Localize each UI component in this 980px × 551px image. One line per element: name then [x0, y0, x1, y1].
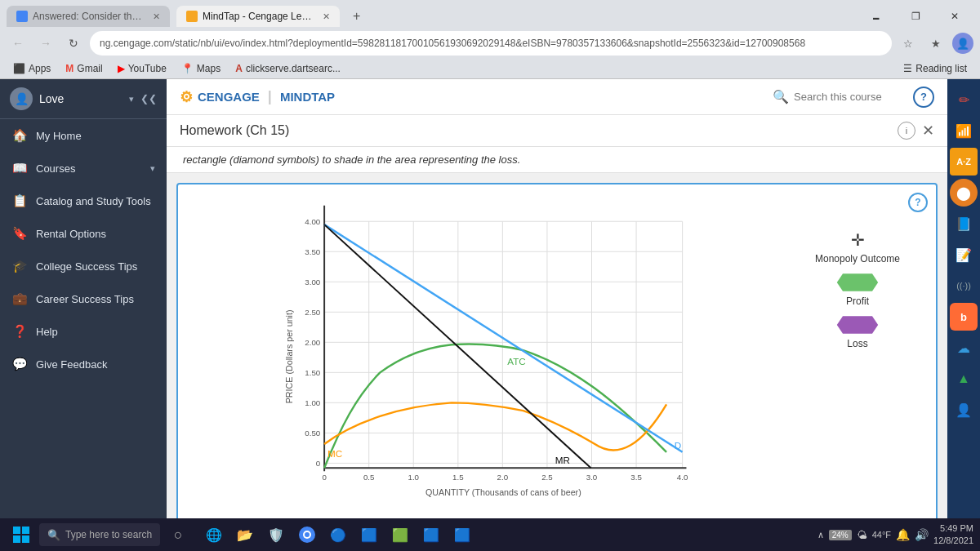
info-button[interactable]: i — [898, 122, 915, 140]
toolbar-cloud-icon[interactable]: ☁ — [950, 334, 978, 362]
taskbar-defender-icon[interactable]: 🛡️ — [261, 520, 291, 549]
toolbar-edit-icon[interactable]: ✏ — [950, 86, 978, 113]
minimize-button[interactable]: 🗕 — [858, 5, 895, 28]
homework-title: Homework (Ch 15) — [180, 123, 891, 138]
taskbar-chrome-icon[interactable] — [292, 520, 322, 549]
move-icon[interactable]: ✛ — [851, 230, 865, 250]
taskbar-app8-icon[interactable]: 🟦 — [448, 520, 477, 549]
svg-text:0.50: 0.50 — [305, 429, 321, 438]
homework-close-button[interactable]: ✕ — [922, 122, 934, 140]
bookmark-gmail[interactable]: M Gmail — [59, 60, 109, 77]
taskbar-file-icon[interactable]: 📂 — [230, 520, 260, 549]
tray-up-icon[interactable]: ∧ — [817, 530, 824, 540]
sidebar-item-help[interactable]: ❓ Help — [0, 315, 167, 348]
sidebar-item-catalog[interactable]: 📋 Catalog and Study Tools — [0, 184, 167, 217]
collections-button[interactable]: ★ — [924, 32, 947, 55]
sidebar-collapse-button[interactable]: ❮❮ — [140, 93, 157, 104]
taskbar-app5-icon[interactable]: 🟦 — [354, 520, 384, 549]
toolbar-user-icon[interactable]: 👤 — [950, 396, 978, 424]
youtube-label: YouTube — [128, 63, 167, 74]
sidebar-user[interactable]: 👤 Love ▾ ❮❮ — [0, 79, 167, 119]
title-bar: Answered: Consider the competi... ✕ Mind… — [0, 0, 980, 28]
gmail-label: Gmail — [77, 63, 102, 74]
reading-list-icon: ☰ — [903, 63, 912, 74]
start-button[interactable] — [7, 520, 36, 549]
chart-svg: PRICE (Dollars per unit) — [191, 198, 776, 508]
loss-symbol[interactable] — [833, 315, 882, 335]
svg-text:4.00: 4.00 — [305, 217, 321, 226]
instruction-text: rectangle (diamond symbols) to shade in … — [183, 153, 520, 166]
svg-text:2.5: 2.5 — [541, 473, 553, 482]
toolbar-bonga-icon[interactable]: b — [950, 303, 978, 331]
toolbar-book-icon[interactable]: 📘 — [950, 210, 978, 238]
taskbar-search[interactable]: 🔍 Type here to search — [39, 523, 160, 546]
sidebar-nav: 🏠 My Home 📖 Courses ▾ 📋 Catalog and Stud… — [0, 119, 167, 518]
svg-text:1.5: 1.5 — [452, 473, 464, 482]
system-clock[interactable]: 5:49 PM 12/8/2021 — [933, 522, 973, 548]
volume-icon[interactable]: 🔊 — [915, 528, 929, 541]
svg-text:3.0: 3.0 — [586, 473, 598, 482]
refresh-button[interactable]: ↻ — [62, 32, 85, 55]
home-icon: 🏠 — [11, 127, 28, 144]
toolbar-rss-icon[interactable]: 📶 — [950, 117, 978, 144]
taskbar-app7-icon[interactable]: 🟦 — [416, 520, 446, 549]
chart-legend: ✛ Monopoly Outcome Profit Loss — [792, 198, 923, 511]
forward-button[interactable]: → — [34, 32, 57, 55]
tab1-close[interactable]: ✕ — [153, 11, 160, 22]
tab-2[interactable]: MindTap - Cengage Learning ✕ — [176, 6, 340, 27]
profit-symbol[interactable] — [833, 273, 882, 292]
logo-gear-icon: ⚙ — [180, 88, 193, 106]
help-button[interactable]: ? — [913, 87, 934, 108]
clickserve-icon: A — [235, 63, 243, 74]
reading-list-button[interactable]: ☰ Reading list — [897, 60, 973, 77]
sidebar-item-my-home[interactable]: 🏠 My Home — [0, 119, 167, 152]
sidebar-item-college[interactable]: 🎓 College Success Tips — [0, 250, 167, 282]
close-button[interactable]: ✕ — [936, 5, 973, 28]
courses-label: Courses — [36, 162, 142, 175]
bookmark-maps[interactable]: 📍 Maps — [175, 60, 227, 77]
maximize-button[interactable]: ❐ — [897, 5, 934, 28]
sidebar-item-career[interactable]: 💼 Career Success Tips — [0, 282, 167, 315]
tab2-close[interactable]: ✕ — [323, 11, 330, 22]
weather-temp: 44°F — [872, 530, 891, 540]
new-tab-button[interactable]: + — [346, 6, 367, 27]
chrome-svg — [299, 527, 315, 543]
tab-1[interactable]: Answered: Consider the competi... ✕ — [7, 6, 170, 27]
cortana-button[interactable]: ○ — [163, 520, 193, 549]
toolbar-wifi-icon[interactable]: ((·)) — [950, 272, 978, 300]
svg-text:1.0: 1.0 — [408, 473, 419, 482]
sidebar-item-rental[interactable]: 🔖 Rental Options — [0, 217, 167, 250]
toolbar-circle-icon[interactable]: ⬤ — [950, 179, 978, 207]
bookmark-apps[interactable]: ⬛ Apps — [7, 60, 57, 77]
favorites-button[interactable]: ☆ — [897, 32, 920, 55]
question-instruction: rectangle (diamond symbols) to shade in … — [167, 147, 947, 173]
search-icon[interactable]: 🔍 — [773, 89, 789, 104]
search-input[interactable] — [794, 91, 908, 103]
back-button[interactable]: ← — [7, 32, 29, 55]
sidebar-item-feedback[interactable]: 💬 Give Feedback — [0, 348, 167, 380]
bookmark-clickserve[interactable]: A clickserve.dartsearc... — [229, 60, 347, 77]
profile-button[interactable]: 👤 — [952, 33, 973, 54]
svg-text:2.0: 2.0 — [497, 473, 509, 482]
clickserve-label: clickserve.dartsearc... — [246, 63, 341, 74]
chart-help-button[interactable]: ? — [908, 193, 928, 212]
taskbar-edge-icon[interactable]: 🌐 — [199, 520, 229, 549]
svg-text:1.50: 1.50 — [305, 368, 321, 377]
toolbar-az-icon[interactable]: A·Z — [950, 148, 978, 176]
taskbar-edge2-icon[interactable]: 🔵 — [323, 520, 353, 549]
taskbar-search-text: Type here to search — [65, 529, 152, 540]
courses-chevron-icon: ▾ — [150, 163, 155, 174]
clock-date: 12/8/2021 — [933, 535, 973, 547]
toolbar-note-icon[interactable]: 📝 — [950, 241, 978, 269]
toolbar-gdrive-icon[interactable]: ▲ — [950, 365, 978, 393]
network-icon[interactable]: 🔔 — [896, 528, 910, 541]
career-label: Career Success Tips — [36, 293, 155, 305]
svg-text:0: 0 — [322, 473, 327, 482]
bookmark-youtube[interactable]: ▶ YouTube — [111, 60, 173, 77]
help-label: Help — [36, 326, 155, 338]
taskbar-app6-icon[interactable]: 🟩 — [385, 520, 415, 549]
nav-bar: ← → ↻ ng.cengage.com/static/nb/ui/evo/in… — [0, 28, 980, 59]
address-bar[interactable]: ng.cengage.com/static/nb/ui/evo/index.ht… — [90, 31, 892, 56]
sidebar-item-courses[interactable]: 📖 Courses ▾ — [0, 152, 167, 184]
logo-divider: | — [268, 88, 272, 105]
